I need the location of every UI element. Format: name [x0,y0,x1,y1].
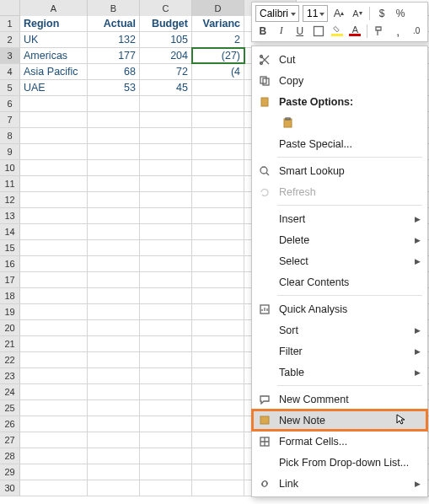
cell[interactable] [140,112,192,127]
cell[interactable] [140,176,192,191]
cell[interactable]: (4 [192,64,244,79]
format-painter-icon[interactable] [372,23,387,40]
cell[interactable]: 68 [88,64,140,79]
cell[interactable] [20,224,88,239]
menu-cut[interactable]: Cut [252,49,427,70]
cell[interactable] [192,176,244,191]
cell[interactable] [192,80,244,95]
cell[interactable] [192,448,244,464]
cell[interactable]: Region [20,16,88,31]
cell[interactable] [88,240,140,255]
menu-quick-analysis[interactable]: Quick Analysis [252,298,427,319]
border-icon[interactable] [311,23,326,40]
cell[interactable] [20,368,88,383]
cell[interactable]: 177 [88,48,140,63]
cell[interactable] [88,480,140,496]
cell[interactable] [88,160,140,175]
row-header[interactable]: 23 [0,368,20,383]
cell[interactable]: 204 [140,48,192,63]
menu-new-comment[interactable]: New Comment [252,389,427,410]
menu-insert[interactable]: Insert▶ [252,208,427,229]
cell[interactable] [88,288,140,303]
cell[interactable] [140,480,192,496]
cell[interactable] [20,112,88,127]
row-header[interactable]: 21 [0,336,20,351]
cell[interactable] [192,416,244,432]
row-header[interactable]: 10 [0,160,20,175]
row-header[interactable]: 14 [0,224,20,239]
cell[interactable] [192,320,244,335]
menu-new-note[interactable]: New Note [252,410,427,431]
row-header[interactable]: 22 [0,352,20,367]
row-header[interactable]: 1 [0,16,20,31]
cell[interactable] [20,144,88,159]
menu-delete[interactable]: Delete▶ [252,229,427,250]
cell[interactable] [20,400,88,416]
decimal-icon[interactable]: .0 [409,23,424,40]
cell[interactable] [140,240,192,255]
cell[interactable] [88,448,140,464]
row-header[interactable]: 27 [0,432,20,448]
cell[interactable] [20,272,88,287]
cell[interactable] [88,112,140,127]
menu-pick-from-list[interactable]: Pick From Drop-down List... [252,452,427,473]
increase-font-icon[interactable]: A▴ [331,5,346,22]
row-header[interactable]: 17 [0,272,20,287]
cell[interactable] [88,176,140,191]
cell[interactable] [20,352,88,367]
cell[interactable] [140,192,192,207]
cell[interactable] [192,144,244,159]
row-header[interactable]: 9 [0,144,20,159]
cell[interactable]: 72 [140,64,192,79]
cell[interactable] [20,176,88,191]
cell[interactable] [140,448,192,464]
cell[interactable] [88,192,140,207]
cell[interactable] [88,384,140,399]
cell[interactable] [20,192,88,207]
cell[interactable]: Asia Pacific [20,64,88,79]
cell[interactable] [88,368,140,383]
row-header[interactable]: 16 [0,256,20,271]
row-header[interactable]: 15 [0,240,20,255]
cell[interactable] [140,272,192,287]
cell[interactable] [192,368,244,383]
cell[interactable] [20,256,88,271]
cell[interactable] [192,384,244,399]
decrease-font-icon[interactable]: A▾ [350,5,365,22]
col-header-d[interactable]: D [192,0,244,16]
cell[interactable] [192,304,244,319]
menu-sort[interactable]: Sort▶ [252,319,427,340]
cell[interactable] [140,144,192,159]
cell[interactable] [192,160,244,175]
fill-color-icon[interactable] [330,23,345,40]
cell[interactable] [20,432,88,448]
cell[interactable] [20,448,88,464]
cell[interactable] [88,144,140,159]
cell[interactable]: 45 [140,80,192,95]
cell[interactable] [88,464,140,480]
row-header[interactable]: 12 [0,192,20,207]
menu-paste-special[interactable]: Paste Special... [252,133,427,154]
col-header-b[interactable]: B [88,0,140,16]
row-header[interactable]: 6 [0,96,20,111]
row-header[interactable]: 3 [0,48,20,63]
active-cell[interactable]: (27) [192,48,244,63]
cell[interactable] [20,304,88,319]
menu-select[interactable]: Select▶ [252,250,427,271]
col-header-c[interactable]: C [140,0,192,16]
cell[interactable]: Americas [20,48,88,63]
row-header[interactable]: 30 [0,480,20,496]
cell[interactable]: Varianc [192,16,244,31]
menu-link[interactable]: Link ▶ [252,473,427,494]
bold-button[interactable]: B [255,23,271,40]
row-header[interactable]: 7 [0,112,20,127]
row-header[interactable]: 29 [0,464,20,480]
menu-smart-lookup[interactable]: Smart Lookup [252,160,427,181]
row-header[interactable]: 5 [0,80,20,95]
row-header[interactable]: 13 [0,208,20,223]
cell[interactable] [88,416,140,432]
underline-button[interactable]: U [292,23,308,40]
cell[interactable]: 53 [88,80,140,95]
row-header[interactable]: 8 [0,128,20,143]
cell[interactable] [140,432,192,448]
